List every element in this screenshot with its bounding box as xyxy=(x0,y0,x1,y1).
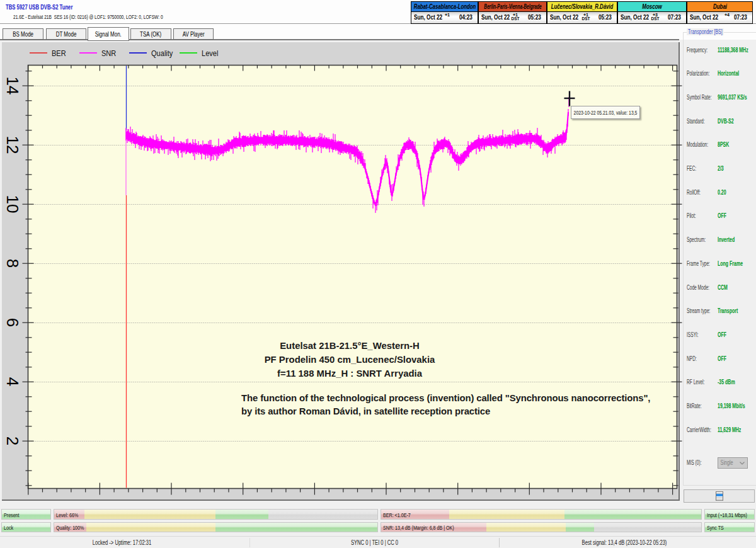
svg-text:14: 14 xyxy=(3,77,22,95)
svg-text:8: 8 xyxy=(3,259,22,268)
svg-text:12: 12 xyxy=(3,136,22,154)
svg-text:10: 10 xyxy=(3,195,22,214)
svg-text:6: 6 xyxy=(3,318,22,327)
svg-text:2: 2 xyxy=(3,437,22,445)
svg-text:4: 4 xyxy=(3,377,22,386)
